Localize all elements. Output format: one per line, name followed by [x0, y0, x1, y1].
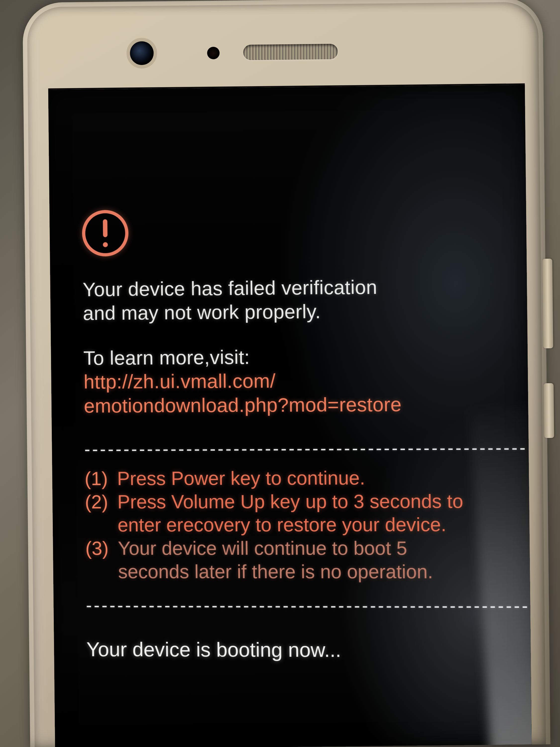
instruction-number — [86, 560, 118, 583]
restore-url: emotiondownload.php?mod=restore — [84, 392, 525, 418]
divider: ----------------------------------------… — [84, 437, 526, 459]
message-line: Your device has failed verification — [83, 274, 523, 301]
instruction-text: seconds later if there is no operation. — [118, 560, 433, 584]
instruction-number: (2) — [85, 490, 117, 514]
instruction-number: (3) — [85, 537, 118, 560]
instruction-item: seconds later if there is no operation. — [86, 560, 527, 584]
restore-url: http://zh.ui.vmall.com/ — [84, 368, 525, 394]
verification-failed-message: Your device has failed verification and … — [83, 274, 524, 325]
volume-rocker — [542, 259, 553, 349]
bootloader-warning: Your device has failed verification and … — [82, 206, 529, 662]
phone-frame: Your device has failed verification and … — [22, 0, 550, 747]
instruction-item: (2) Press Volume Up key up to 3 seconds … — [85, 489, 526, 513]
learn-more-block: To learn more,visit: http://zh.ui.vmall.… — [83, 344, 525, 418]
front-camera — [130, 41, 154, 65]
instruction-number: (1) — [85, 467, 117, 490]
instruction-text: enter erecovery to restore your device. — [117, 513, 447, 537]
instruction-text: Press Power key to continue. — [117, 466, 365, 490]
instruction-text: Press Volume Up key up to 3 seconds to — [117, 490, 463, 513]
earpiece-speaker — [243, 44, 338, 60]
instructions-list: (1) Press Power key to continue. (2) Pre… — [85, 466, 527, 584]
sensor-bar — [23, 32, 543, 68]
proximity-sensor — [207, 47, 220, 59]
divider: ----------------------------------------… — [86, 595, 528, 616]
message-line: and may not work properly. — [83, 298, 524, 325]
instruction-item: enter erecovery to restore your device. — [85, 513, 527, 537]
instruction-item: (1) Press Power key to continue. — [85, 466, 526, 490]
instruction-number — [85, 513, 118, 537]
alert-icon — [82, 210, 129, 257]
instruction-item: (3) Your device will continue to boot 5 — [85, 536, 527, 560]
booting-status: Your device is booting now... — [86, 638, 529, 662]
phone-screen: Your device has failed verification and … — [48, 83, 532, 747]
instruction-text: Your device will continue to boot 5 — [118, 537, 407, 560]
learn-more-prompt: To learn more,visit: — [83, 344, 525, 370]
power-button — [543, 383, 554, 438]
